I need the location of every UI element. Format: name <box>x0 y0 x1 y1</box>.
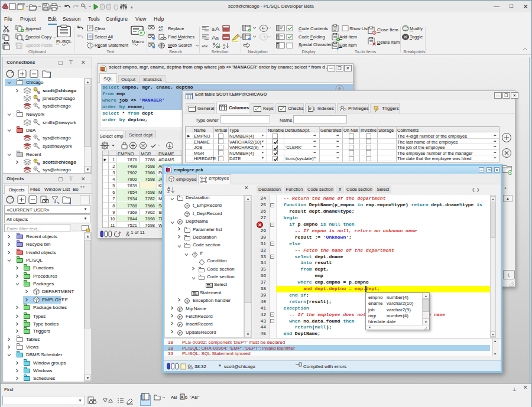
svg-text:"AB": "AB" <box>190 395 200 400</box>
svg-text:&: & <box>126 231 130 237</box>
svg-text:Z: Z <box>223 47 225 50</box>
svg-text:ab̶c: ab̶c <box>202 44 209 47</box>
svg-text:A: A <box>181 395 184 399</box>
svg-text:b: b <box>185 395 187 399</box>
svg-text:A: A <box>215 26 220 32</box>
svg-text:a: a <box>212 27 215 32</box>
svg-text:AC: AC <box>158 28 163 32</box>
svg-text:a: a <box>216 35 219 40</box>
svg-text:Z: Z <box>167 190 170 194</box>
svg-text:AB: AB <box>171 395 177 400</box>
